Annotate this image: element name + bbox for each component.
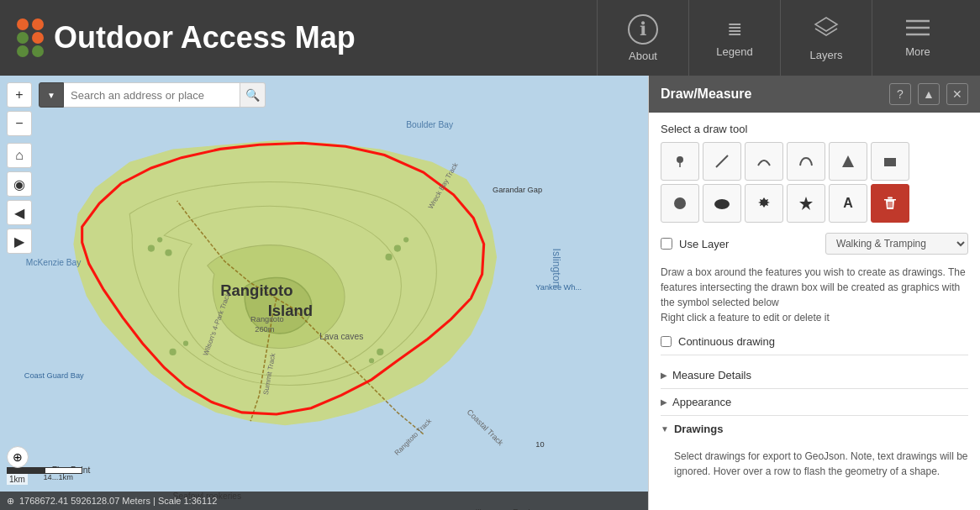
pan-right-button[interactable]: ▶ <box>7 229 32 254</box>
svg-point-8 <box>403 237 408 242</box>
map-area[interactable]: Islington McKenzie Bay Boulder Bay Rangi… <box>0 76 648 510</box>
scale-segment-2 <box>45 467 82 474</box>
tool-triangle[interactable] <box>829 142 867 181</box>
appearance-title: Appearance <box>672 396 731 408</box>
location-button[interactable]: ◉ <box>7 171 32 197</box>
logo-area: Outdoor Access Map <box>17 18 597 57</box>
scale-label: 1km <box>7 474 28 485</box>
svg-point-35 <box>677 156 683 163</box>
tool-text[interactable]: A <box>829 184 867 223</box>
drawings-content: Select drawings for export to GeoJson. N… <box>661 442 968 489</box>
nav-more[interactable]: More <box>872 0 963 76</box>
logo-dot-6 <box>32 45 44 57</box>
appearance-header[interactable]: ▶ Appearance <box>661 389 968 415</box>
description-text: Draw a box around the features you wish … <box>661 265 968 325</box>
svg-point-13 <box>369 358 374 363</box>
svg-point-6 <box>165 250 171 256</box>
search-bar: ▼ 🔍 <box>39 82 266 108</box>
svg-rect-42 <box>888 197 893 199</box>
scale-icon: ⊕ <box>7 496 14 507</box>
continuous-drawing-label: Continuous drawing <box>678 335 775 348</box>
legend-icon: ≣ <box>727 18 742 40</box>
close-panel-button[interactable]: ✕ <box>946 83 968 105</box>
appearance-section: ▶ Appearance <box>661 389 968 416</box>
svg-text:Garandar Gap: Garandar Gap <box>493 186 542 194</box>
app-title: Outdoor Access Map <box>54 20 356 55</box>
logo-dots <box>17 18 44 57</box>
main-area: Islington McKenzie Bay Boulder Bay Rangi… <box>0 76 980 510</box>
use-layer-row: Use Layer Walking & Tramping Cycling Hor… <box>661 233 968 255</box>
help-button[interactable]: ? <box>889 83 911 105</box>
tool-polyline[interactable] <box>745 142 783 181</box>
logo-dot-5 <box>17 45 29 57</box>
draw-panel-title: Draw/Measure <box>661 87 752 102</box>
nav-more-label: More <box>905 45 930 58</box>
logo-dot-3 <box>17 32 29 44</box>
continuous-drawing-checkbox[interactable] <box>661 336 672 347</box>
scale-segment-1 <box>7 467 45 474</box>
more-icon <box>906 18 930 40</box>
continuous-drawing-row: Continuous drawing <box>661 335 968 355</box>
draw-panel: Draw/Measure ? ▲ ✕ Select a draw tool <box>648 76 980 510</box>
svg-rect-38 <box>884 158 896 166</box>
nav-layers[interactable]: Layers <box>780 0 872 76</box>
svg-text:McKenzie Bay: McKenzie Bay <box>26 258 82 267</box>
search-input[interactable] <box>64 82 240 108</box>
home-button[interactable]: ⌂ <box>7 143 32 168</box>
draw-panel-header: Draw/Measure ? ▲ ✕ <box>649 76 980 113</box>
measure-details-section: ▶ Measure Details <box>661 362 968 389</box>
zoom-out-button[interactable]: − <box>7 111 32 136</box>
coordinates-text: 1768672.41 5926128.07 Meters | Scale 1:3… <box>19 496 217 506</box>
draw-panel-actions: ? ▲ ✕ <box>889 83 968 105</box>
drawings-section: ▼ Drawings Select drawings for export to… <box>661 416 968 489</box>
draw-panel-body: Select a draw tool <box>649 113 980 510</box>
layers-icon <box>814 15 839 44</box>
tool-point[interactable] <box>661 142 699 181</box>
status-bar: ⊕ 1768672.41 5926128.07 Meters | Scale 1… <box>0 492 648 510</box>
svg-text:Islington: Islington <box>551 249 562 287</box>
location-crosshair: ⊕ <box>7 446 29 468</box>
logo-dot-1 <box>17 18 29 30</box>
search-dropdown-button[interactable]: ▼ <box>39 82 64 108</box>
zoom-in-button[interactable]: + <box>7 82 32 108</box>
measure-details-header[interactable]: ▶ Measure Details <box>661 362 968 388</box>
svg-text:10: 10 <box>535 440 544 449</box>
app-header: Outdoor Access Map ℹ About ≣ Legend Laye… <box>0 0 980 76</box>
tool-ellipse[interactable] <box>703 184 741 223</box>
svg-line-36 <box>716 155 728 167</box>
svg-text:Yankee Wh...: Yankee Wh... <box>535 283 582 292</box>
select-tool-label: Select a draw tool <box>661 123 968 135</box>
appearance-arrow: ▶ <box>661 397 667 407</box>
measure-details-arrow: ▶ <box>661 371 667 380</box>
tool-delete[interactable] <box>871 184 909 223</box>
draw-tools-grid: A <box>661 142 968 223</box>
svg-point-12 <box>377 349 383 355</box>
tool-circle[interactable] <box>661 184 699 223</box>
svg-text:Boulder Bay: Boulder Bay <box>406 120 454 129</box>
svg-point-5 <box>157 237 162 242</box>
drawings-header[interactable]: ▼ Drawings <box>661 416 968 442</box>
tool-rectangle[interactable] <box>871 142 909 181</box>
drawings-arrow: ▼ <box>661 424 669 434</box>
svg-point-9 <box>385 254 392 260</box>
tool-curve[interactable] <box>787 142 825 181</box>
pan-left-button[interactable]: ◀ <box>7 200 32 225</box>
collapse-button[interactable]: ▲ <box>918 83 940 105</box>
logo-dot-4 <box>32 32 44 44</box>
nav-legend-label: Legend <box>716 45 752 58</box>
svg-text:260m: 260m <box>255 325 274 334</box>
tool-star[interactable] <box>787 184 825 223</box>
tool-freehand[interactable] <box>745 184 783 223</box>
about-icon: ℹ <box>628 14 658 45</box>
tool-line-straight[interactable] <box>703 142 741 181</box>
map-controls: + − ⌂ ◉ ◀ ▶ <box>7 82 32 254</box>
nav-legend[interactable]: ≣ Legend <box>688 0 780 76</box>
svg-text:Rangitoto: Rangitoto <box>250 315 284 323</box>
use-layer-checkbox[interactable] <box>661 238 672 250</box>
search-button[interactable]: 🔍 <box>240 82 266 108</box>
nav-layers-label: Layers <box>809 49 842 61</box>
nav-about[interactable]: ℹ About <box>597 0 688 76</box>
measure-details-title: Measure Details <box>672 369 751 381</box>
layer-dropdown[interactable]: Walking & Tramping Cycling Horse Riding <box>825 233 968 255</box>
svg-text:Coast Guard Bay: Coast Guard Bay <box>24 371 84 380</box>
